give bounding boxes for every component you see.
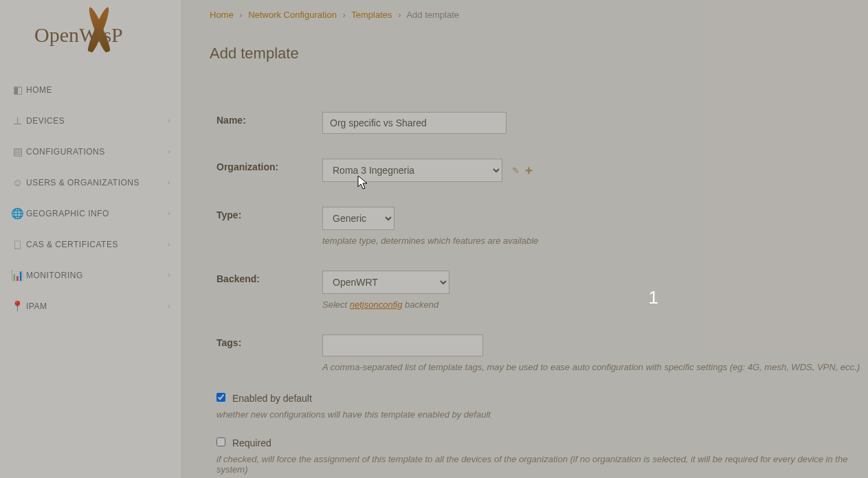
sidebar-item-ipam[interactable]: 📍 IPAM › xyxy=(0,291,181,321)
organization-label: Organization: xyxy=(216,159,322,172)
chevron-right-icon: › xyxy=(168,148,170,155)
edit-icon[interactable]: ✎ xyxy=(512,166,520,176)
sidebar-item-label: DEVICES xyxy=(26,116,65,126)
required-help: if checked, will force the assignment of… xyxy=(216,454,868,475)
required-label: Required xyxy=(232,437,271,448)
chevron-right-icon: › xyxy=(168,302,170,310)
sidebar-item-monitoring[interactable]: 📊 MONITORING › xyxy=(0,260,181,291)
enabled-help: whether new configurations will have thi… xyxy=(216,409,868,420)
sidebar-item-configurations[interactable]: ▤ CONFIGURATIONS › xyxy=(0,136,181,167)
sidebar-item-cas-certs[interactable]: ⎕ CAS & CERTIFICATES › xyxy=(0,229,181,260)
breadcrumb-sep: › xyxy=(343,10,346,20)
tags-label: Tags: xyxy=(216,334,322,348)
enabled-checkbox[interactable] xyxy=(216,393,225,402)
users-icon: ☺ xyxy=(10,177,26,188)
breadcrumb-templates[interactable]: Templates xyxy=(351,10,392,20)
type-help: template type, determines which features… xyxy=(322,236,538,246)
name-label: Name: xyxy=(216,112,322,126)
sidebar-item-geographic[interactable]: 🌐 GEOGRAPHIC INFO › xyxy=(0,198,181,229)
name-input[interactable] xyxy=(322,112,507,134)
sidebar-item-label: MONITORING xyxy=(26,271,83,280)
sidebar-item-users-orgs[interactable]: ☺ USERS & ORGANIZATIONS › xyxy=(0,167,181,198)
organization-select[interactable]: Roma 3 Ingegneria xyxy=(322,159,502,182)
sidebar-item-label: CAS & CERTIFICATES xyxy=(26,240,118,249)
monitoring-icon: 📊 xyxy=(10,269,26,282)
chevron-right-icon: › xyxy=(168,271,170,279)
sidebar-item-home[interactable]: ◧ HOME xyxy=(0,74,181,105)
type-label: Type: xyxy=(216,207,322,220)
certificate-icon: ⎕ xyxy=(10,238,26,250)
tags-input[interactable] xyxy=(322,334,483,356)
sidebar-item-label: CONFIGURATIONS xyxy=(26,147,105,157)
enabled-label: Enabled by default xyxy=(232,393,312,404)
netjsonconfig-link[interactable]: netjsonconfig xyxy=(350,299,403,310)
required-checkbox[interactable] xyxy=(216,437,225,446)
breadcrumb-home[interactable]: Home xyxy=(210,10,234,20)
chevron-right-icon: › xyxy=(168,209,170,217)
backend-label: Backend: xyxy=(216,271,322,284)
breadcrumb: Home › Network Configuration › Templates… xyxy=(210,10,868,20)
sidebar-item-label: USERS & ORGANIZATIONS xyxy=(26,178,140,187)
brand-text: OpenWisP xyxy=(34,23,123,46)
sidebar-item-devices[interactable]: ⊥ DEVICES › xyxy=(0,105,181,136)
backend-help: Select netjsonconfig backend xyxy=(322,299,449,310)
breadcrumb-sep: › xyxy=(398,10,401,20)
config-icon: ▤ xyxy=(10,146,26,158)
brand-logo: OpenWisP xyxy=(0,0,181,69)
home-icon: ◧ xyxy=(10,84,26,96)
sidebar-item-label: GEOGRAPHIC INFO xyxy=(26,209,109,218)
sidebar-nav: ◧ HOME ⊥ DEVICES › ▤ CONFIGURATIONS › ☺ … xyxy=(0,69,181,321)
globe-icon: 🌐 xyxy=(10,207,26,220)
breadcrumb-sep: › xyxy=(239,10,242,20)
tags-help: A comma-separated list of template tags,… xyxy=(322,362,860,372)
breadcrumb-network-config[interactable]: Network Configuration xyxy=(248,10,337,20)
sidebar-item-label: HOME xyxy=(26,85,52,95)
chevron-right-icon: › xyxy=(168,179,170,186)
add-icon[interactable]: ✚ xyxy=(525,166,533,176)
breadcrumb-current: Add template xyxy=(406,10,459,20)
backend-select[interactable]: OpenWRT xyxy=(322,271,449,294)
page-title: Add template xyxy=(210,45,868,62)
chevron-right-icon: › xyxy=(168,240,170,248)
sidebar-item-label: IPAM xyxy=(26,301,47,311)
type-select[interactable]: Generic xyxy=(322,207,394,230)
ipam-icon: 📍 xyxy=(10,300,26,312)
device-icon: ⊥ xyxy=(10,115,26,127)
chevron-right-icon: › xyxy=(168,117,170,124)
